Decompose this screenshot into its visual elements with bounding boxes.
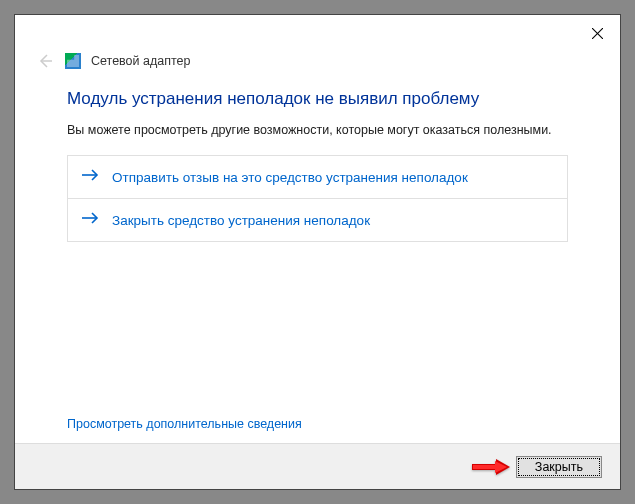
option-close-troubleshooter[interactable]: Закрыть средство устранения неполадок xyxy=(67,198,568,242)
option-label: Отправить отзыв на это средство устранен… xyxy=(112,170,468,185)
footer-bar: Закрыть xyxy=(15,443,620,489)
back-button xyxy=(35,51,55,71)
result-heading: Модуль устранения неполадок не выявил пр… xyxy=(67,89,568,109)
result-subtext: Вы можете просмотреть другие возможности… xyxy=(67,123,568,137)
arrow-right-icon xyxy=(82,211,100,229)
window-close-button[interactable] xyxy=(582,21,612,45)
titlebar xyxy=(15,15,620,51)
back-arrow-icon xyxy=(37,53,53,69)
network-adapter-icon xyxy=(65,53,81,69)
content-area: Модуль устранения неполадок не выявил пр… xyxy=(15,85,620,443)
troubleshooter-window: Сетевой адаптер Модуль устранения непола… xyxy=(14,14,621,490)
close-button[interactable]: Закрыть xyxy=(516,456,602,478)
header-row: Сетевой адаптер xyxy=(15,51,620,85)
option-send-feedback[interactable]: Отправить отзыв на это средство устранен… xyxy=(67,155,568,199)
option-label: Закрыть средство устранения неполадок xyxy=(112,213,370,228)
svg-rect-7 xyxy=(473,465,495,469)
app-title: Сетевой адаптер xyxy=(91,54,190,68)
more-details-link[interactable]: Просмотреть дополнительные сведения xyxy=(67,417,302,431)
annotation-arrow-icon xyxy=(472,459,510,475)
close-icon xyxy=(592,28,603,39)
arrow-right-icon xyxy=(82,168,100,186)
